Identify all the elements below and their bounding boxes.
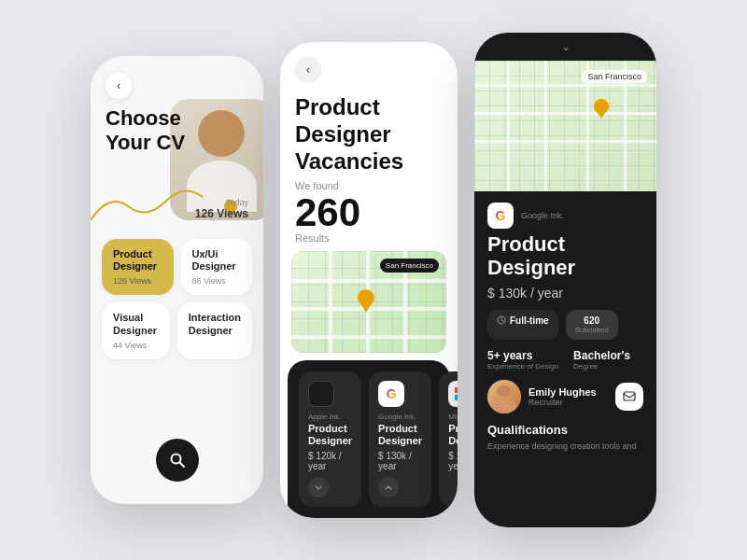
card-uxui-designer[interactable]: Ux/UiDesigner 86 Views: [181, 239, 253, 295]
experience-info: 5+ years Experience of Design: [487, 349, 558, 371]
fulltime-label: Full-time: [510, 315, 549, 326]
phone1-stats: Today 126 Views: [195, 198, 248, 220]
svg-line-3: [179, 463, 184, 468]
fulltime-tag: Full-time: [487, 310, 558, 340]
submitted-value: 620: [584, 315, 599, 326]
job-title: ProductDesigner: [487, 232, 643, 280]
card-row-1: ProductDesigner 126 Views Ux/UiDesigner …: [102, 239, 252, 295]
svg-rect-9: [624, 392, 635, 400]
company-name: Google Ink.: [378, 413, 422, 421]
map-pin: [593, 98, 610, 122]
job-tags: Full-time 620 Submitted: [487, 310, 643, 340]
stats-label: Today: [195, 198, 248, 207]
phone1-hero: ChooseYour CV Today 126 Views: [91, 99, 263, 230]
google-logo: G: [378, 381, 404, 407]
google-g-icon: G: [496, 208, 506, 223]
job-card-apple[interactable]: Apple Ink. ProductDesigner $ 120k / year: [299, 371, 361, 507]
info-row: 5+ years Experience of Design Bachelor's…: [487, 349, 643, 371]
experience-label: Experience of Design: [487, 362, 558, 371]
google-g-icon: G: [387, 386, 397, 401]
map-location-label: San Francisco: [582, 70, 647, 83]
back-button[interactable]: ‹: [295, 57, 321, 83]
card-title: VisualDesigner: [113, 312, 159, 336]
results-count: 260: [295, 193, 443, 232]
company-name: Apple Ink.: [308, 413, 352, 421]
card-views: 86 Views: [192, 276, 242, 286]
job-cards: Apple Ink. ProductDesigner $ 120k / year…: [299, 371, 439, 507]
search-button[interactable]: [156, 439, 199, 482]
stats-value: 126 Views: [195, 207, 248, 220]
expand-button[interactable]: [308, 477, 329, 497]
svg-marker-7: [597, 111, 606, 119]
card-product-designer[interactable]: ProductDesigner 126 Views: [102, 239, 174, 295]
recruiter-avatar: [487, 380, 521, 413]
back-button[interactable]: ‹: [106, 73, 132, 99]
microsoft-logo: [448, 381, 458, 407]
apple-logo: [308, 381, 334, 407]
job-detail-content: G Google Ink. ProductDesigner $ 130k / y…: [474, 191, 656, 527]
company-name: Google Ink.: [521, 211, 564, 220]
phone1-header: ‹: [91, 56, 263, 99]
phone2-header: ‹ ProductDesignerVacancies We found 260 …: [280, 42, 458, 251]
recruiter-role: Recruiter: [529, 398, 608, 407]
qualifications-title: Qualifications: [487, 423, 643, 437]
map-location-label: San Francisco: [380, 259, 439, 273]
card-title: Ux/UiDesigner: [192, 248, 242, 273]
submitted-label: Submitted: [575, 326, 609, 334]
map-view[interactable]: San Francisco: [474, 61, 656, 191]
recruiter-row: Emily Hughes Recruiter: [487, 380, 643, 413]
phone-job-detail: ⌄ San Francisco G Google Ink. Produc: [474, 33, 656, 527]
recruiter-name: Emily Hughes: [529, 386, 608, 398]
submitted-tag: 620 Submitted: [566, 310, 618, 340]
microsoft-grid-icon: [455, 387, 458, 400]
job-card-microsoft[interactable]: Microsoft ProductDesigner $ 110k / year: [439, 371, 458, 507]
chevron-down-icon: ⌄: [474, 33, 656, 61]
company-name: Microsoft: [448, 413, 458, 421]
expand-button[interactable]: [378, 477, 399, 497]
svg-marker-5: [360, 303, 372, 313]
map-view[interactable]: San Francisco: [291, 251, 446, 352]
page-title: ChooseYour CV: [106, 106, 185, 156]
page-title: ProductDesignerVacancies: [295, 94, 443, 175]
job-card-google[interactable]: G Google Ink. ProductDesigner $ 130k / y…: [369, 371, 431, 507]
degree-info: Bachelor's Degree: [573, 349, 630, 371]
salary: $ 120k / year: [308, 451, 352, 471]
experience-value: 5+ years: [487, 349, 558, 362]
job-title: ProductDesigner: [448, 423, 458, 447]
phone-vacancies: ‹ ProductDesignerVacancies We found 260 …: [280, 42, 458, 518]
degree-label: Degree: [573, 362, 630, 371]
company-row: G Google Ink.: [487, 203, 643, 229]
jobs-overlay: Apple Ink. ProductDesigner $ 120k / year…: [288, 360, 450, 518]
job-title: ProductDesigner: [378, 423, 422, 447]
phone-choose-cv: ‹ ChooseYour CV Today 126 Views ProductD…: [91, 56, 263, 504]
salary: $ 130k / year: [378, 451, 422, 471]
job-title: ProductDesigner: [308, 423, 352, 447]
salary: $ 110k / year: [448, 451, 458, 471]
message-button[interactable]: [615, 383, 643, 411]
results-label: Results: [295, 232, 443, 244]
card-title: ProductDesigner: [113, 248, 162, 273]
card-views: 126 Views: [113, 276, 162, 286]
map-pin: [357, 288, 375, 316]
recruiter-info: Emily Hughes Recruiter: [529, 386, 608, 407]
salary: $ 130k / year: [487, 286, 643, 301]
card-interaction-designer[interactable]: InteractionDesigner: [177, 302, 252, 358]
card-visual-designer[interactable]: VisualDesigner 44 Views: [102, 302, 170, 358]
qualifications-text: Experience designing creation tools and: [487, 441, 643, 453]
degree-value: Bachelor's: [573, 349, 630, 362]
card-row-2: VisualDesigner 44 Views InteractionDesig…: [102, 302, 252, 358]
company-logo: G: [487, 203, 514, 229]
card-views: 44 Views: [113, 341, 159, 350]
card-title: InteractionDesigner: [189, 312, 241, 336]
